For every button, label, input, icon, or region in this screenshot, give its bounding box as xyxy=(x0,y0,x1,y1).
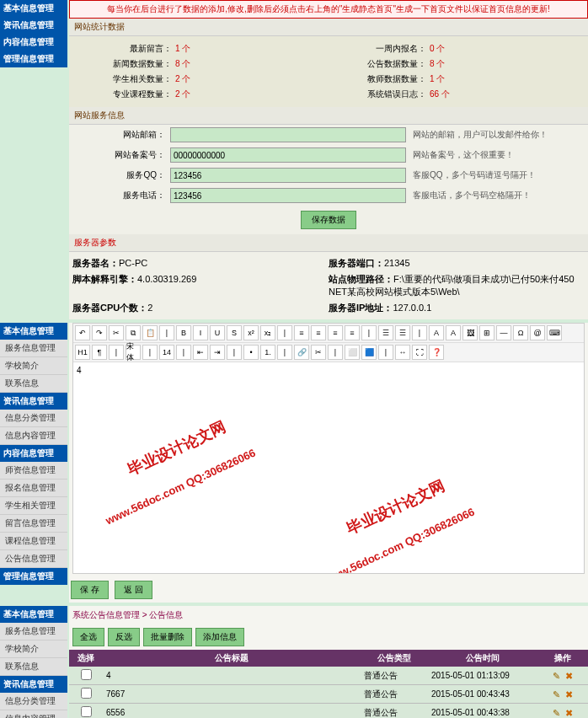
nav-item[interactable]: 信息内容管理 xyxy=(0,710,67,718)
toolbar-icon[interactable]: ↷ xyxy=(92,325,107,340)
toolbar-icon[interactable]: ¶ xyxy=(92,345,107,360)
param-value: 2 xyxy=(147,303,152,313)
toolbar-icon[interactable]: ⬜ xyxy=(345,345,360,360)
toolbar-icon[interactable]: A xyxy=(446,325,461,340)
toolbar-icon[interactable]: ⇤ xyxy=(193,345,208,360)
toolbar-icon[interactable]: ≡ xyxy=(311,325,326,340)
edit-icon[interactable]: ✎ xyxy=(552,671,562,681)
toolbar-icon[interactable]: ⧉ xyxy=(126,325,141,340)
toolbar-icon[interactable]: ⇥ xyxy=(210,345,225,360)
nav-item[interactable]: 公告信息管理 xyxy=(0,550,67,568)
toolbar-icon[interactable]: U xyxy=(210,325,225,340)
toolbar-icon[interactable]: ✂ xyxy=(109,325,124,340)
nav-header[interactable]: 资讯信息管理 xyxy=(0,393,67,410)
nav-news[interactable]: 资讯信息管理 xyxy=(0,17,67,34)
row-checkbox[interactable] xyxy=(81,706,92,717)
nav-content[interactable]: 内容信息管理 xyxy=(0,34,67,51)
nav-item[interactable]: 留言信息管理 xyxy=(0,515,67,533)
nav-header[interactable]: 基本信息管理 xyxy=(0,606,67,623)
toolbar-icon[interactable]: 🟦 xyxy=(361,345,377,360)
toolbar-icon[interactable]: | xyxy=(412,325,427,340)
nav-basic[interactable]: 基本信息管理 xyxy=(0,0,67,17)
toolbar-icon[interactable]: ⌨ xyxy=(547,325,562,340)
toolbar-icon[interactable]: ❓ xyxy=(429,345,444,360)
nav-item[interactable]: 学校简介 xyxy=(0,640,67,658)
edit-icon[interactable]: ✎ xyxy=(552,708,562,718)
select-all-button[interactable]: 全选 xyxy=(72,628,104,646)
toolbar-icon[interactable]: 14 xyxy=(159,345,174,360)
nav-header[interactable]: 基本信息管理 xyxy=(0,323,67,340)
toolbar-icon[interactable]: I xyxy=(193,325,208,340)
nav-item[interactable]: 学生相关管理 xyxy=(0,497,67,515)
toolbar-icon[interactable]: Ω xyxy=(513,325,528,340)
editor-body[interactable]: 4 毕业设计论文网 www.56doc.com QQ:306826066 毕业设… xyxy=(73,362,584,573)
nav-item[interactable]: 联系信息 xyxy=(0,658,67,676)
form-input[interactable] xyxy=(170,168,406,183)
nav-item[interactable]: 报名信息管理 xyxy=(0,480,67,497)
nav-item[interactable]: 学校简介 xyxy=(0,357,67,375)
toolbar-icon[interactable]: ⛶ xyxy=(412,345,427,360)
nav-item[interactable]: 服务信息管理 xyxy=(0,623,67,640)
toolbar-icon[interactable]: 🖼 xyxy=(462,325,478,340)
toolbar-icon[interactable]: x² xyxy=(243,325,259,340)
toolbar-icon[interactable]: | xyxy=(328,345,343,360)
nav-header[interactable]: 资讯信息管理 xyxy=(0,676,67,693)
toolbar-icon[interactable]: A xyxy=(429,325,444,340)
nav-item[interactable]: 信息内容管理 xyxy=(0,427,67,445)
nav-admin[interactable]: 管理信息管理 xyxy=(0,51,67,67)
toolbar-icon[interactable]: @ xyxy=(530,325,545,340)
add-button[interactable]: 添加信息 xyxy=(195,628,244,646)
toolbar-icon[interactable]: | xyxy=(142,345,158,360)
toolbar-icon[interactable]: 📋 xyxy=(142,325,158,340)
toolbar-icon[interactable]: S xyxy=(227,325,242,340)
toolbar-icon[interactable]: | xyxy=(277,325,292,340)
nav-item[interactable]: 信息分类管理 xyxy=(0,410,67,427)
toolbar-icon[interactable]: — xyxy=(496,325,511,340)
toolbar-icon[interactable]: | xyxy=(227,345,242,360)
toolbar-icon[interactable]: ⊞ xyxy=(479,325,494,340)
form-input[interactable] xyxy=(170,127,406,142)
toolbar-icon[interactable]: ≡ xyxy=(294,325,309,340)
toolbar-icon[interactable]: 1. xyxy=(260,345,275,360)
nav-header[interactable]: 内容信息管理 xyxy=(0,445,67,462)
nav-item[interactable]: 联系信息 xyxy=(0,375,67,393)
toolbar-icon[interactable]: ☰ xyxy=(378,325,393,340)
save-button[interactable]: 保 存 xyxy=(71,581,109,599)
back-button[interactable]: 返 回 xyxy=(115,581,152,599)
toolbar-icon[interactable]: ↶ xyxy=(75,325,90,340)
nav-header[interactable]: 管理信息管理 xyxy=(0,568,67,585)
save-button[interactable]: 保存数据 xyxy=(301,211,356,229)
delete-icon[interactable]: ✖ xyxy=(564,708,574,718)
nav-item[interactable]: 服务信息管理 xyxy=(0,340,67,357)
toolbar-icon[interactable]: ✂ xyxy=(311,345,326,360)
nav-item[interactable]: 信息分类管理 xyxy=(0,693,67,710)
edit-icon[interactable]: ✎ xyxy=(552,689,562,699)
toolbar-icon[interactable]: B xyxy=(176,325,191,340)
form-input[interactable] xyxy=(170,147,406,163)
nav-item[interactable]: 课程信息管理 xyxy=(0,533,67,550)
toolbar-icon[interactable]: 🔗 xyxy=(294,345,309,360)
delete-icon[interactable]: ✖ xyxy=(564,671,574,681)
row-checkbox[interactable] xyxy=(81,688,92,699)
toolbar-icon[interactable]: | xyxy=(378,345,393,360)
toolbar-icon[interactable]: | xyxy=(277,345,292,360)
toolbar-icon[interactable]: x₂ xyxy=(260,325,275,340)
toolbar-icon[interactable]: ☰ xyxy=(395,325,410,340)
toolbar-icon[interactable]: • xyxy=(243,345,259,360)
delete-icon[interactable]: ✖ xyxy=(564,689,574,699)
invert-sel-button[interactable]: 反选 xyxy=(108,628,140,646)
toolbar-icon[interactable]: | xyxy=(176,345,191,360)
form-input[interactable] xyxy=(170,188,406,203)
sidebar-2: 基本信息管理服务信息管理学校简介联系信息资讯信息管理信息分类管理信息内容管理内容… xyxy=(0,323,67,585)
toolbar-icon[interactable]: 宋体 xyxy=(126,345,141,360)
row-checkbox[interactable] xyxy=(81,669,92,680)
toolbar-icon[interactable]: ≡ xyxy=(328,325,343,340)
toolbar-icon[interactable]: | xyxy=(361,325,377,340)
toolbar-icon[interactable]: ↔ xyxy=(395,345,410,360)
toolbar-icon[interactable]: H1 xyxy=(75,345,90,360)
toolbar-icon[interactable]: | xyxy=(159,325,174,340)
batch-delete-button[interactable]: 批量删除 xyxy=(143,628,192,646)
nav-item[interactable]: 师资信息管理 xyxy=(0,462,67,480)
toolbar-icon[interactable]: | xyxy=(109,345,124,360)
toolbar-icon[interactable]: ≡ xyxy=(345,325,360,340)
